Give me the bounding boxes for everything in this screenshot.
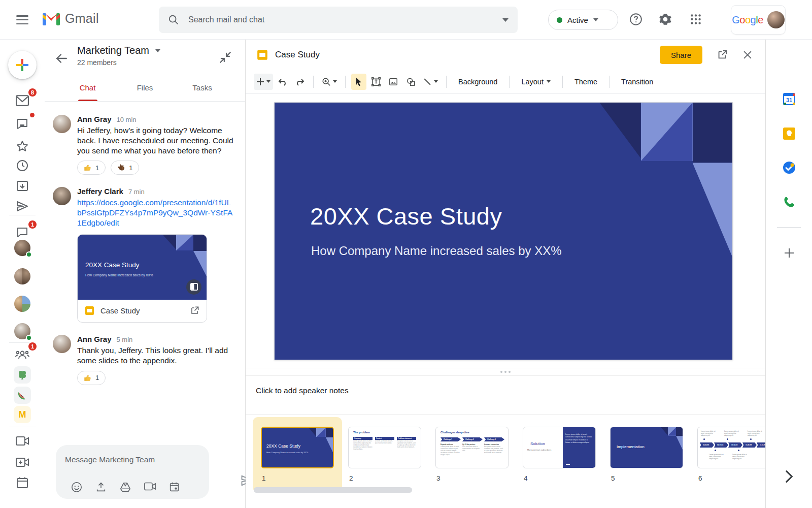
space-clover[interactable] [11,365,33,385]
message-link[interactable]: https://docs.google.com/presentation/d/1… [77,198,235,228]
settings-gear-icon[interactable] [659,13,673,27]
share-button[interactable]: Share [660,46,702,64]
chat-nav[interactable] [11,114,33,134]
transition-menu[interactable]: Transition [615,74,659,90]
theme-menu[interactable]: Theme [568,74,603,90]
main-menu-icon[interactable] [15,14,29,26]
reaction-thumbs-up[interactable]: 1 [77,371,106,385]
slide-thumbnail-1[interactable]: 20XX Case Study How Company Name increas… [261,427,334,468]
dm-contact-2[interactable] [11,266,33,287]
select-cursor-button[interactable] [351,74,366,90]
avatar[interactable] [53,335,71,353]
join-meeting-nav[interactable] [11,472,33,493]
sent-nav[interactable] [11,196,33,216]
dm-contact-3[interactable] [11,294,33,314]
new-meeting-nav[interactable] [11,452,33,472]
get-addons-icon[interactable] [779,243,799,263]
timeline-note: Lorem ipsum dolor sit amet, consectetur … [701,430,716,437]
compose-button[interactable] [8,51,37,79]
card-slide-subtitle: How Company Name increased sales by XX% [85,273,153,277]
slide-thumbnail-2[interactable]: The problem CompanyLorem ipsum dolor sit… [348,427,421,468]
video-meeting-icon[interactable] [144,482,156,491]
star-icon [16,140,28,152]
upload-icon[interactable] [95,482,107,493]
tab-chat[interactable]: Chat [59,79,116,101]
filmstrip-scrollbar[interactable] [254,487,412,493]
clover-icon [17,370,27,380]
collapse-panel-icon[interactable] [219,51,232,64]
current-slide[interactable]: 20XX Case Study How Company Name increas… [274,102,733,360]
availability-dropdown[interactable]: Active [548,10,618,30]
avatar[interactable] [53,187,71,205]
reaction-clap[interactable]: 1 [111,161,139,175]
timeline-note: Lorem ipsum dolor sit amet, consectetur … [732,454,748,460]
insert-image-button[interactable] [386,74,401,90]
insert-shape-button[interactable] [403,74,418,90]
search-bar[interactable]: Search mail and chat [159,7,518,33]
archive-nav[interactable] [11,176,33,196]
chevron-label: Challenge 3 [484,437,504,441]
slide-thumbnail-4[interactable]: Solution More premium subscribers Lorem … [523,427,596,468]
dm-contact-1[interactable] [11,238,33,258]
user-avatar[interactable] [767,11,785,28]
spaces-nav[interactable]: 1 [11,344,33,365]
search-options-caret-icon[interactable] [502,18,509,22]
slide-title[interactable]: 20XX Case Study [310,202,502,230]
reaction-thumbs-up[interactable]: 1 [77,161,106,175]
slide-subtitle[interactable]: How Company Name increased sales by XX% [311,244,562,258]
slide-canvas-area: 20XX Case Study How Company Name increas… [246,93,765,368]
filmstrip-next-icon[interactable] [779,466,799,487]
close-preview-icon[interactable] [742,49,753,60]
slides-toolbar: Background Layout Theme Transition [246,70,765,93]
background-menu[interactable]: Background [452,74,503,90]
undo-button[interactable] [275,74,290,90]
search-icon [168,14,179,25]
layout-menu[interactable]: Layout [515,74,557,90]
account-chip[interactable]: Google [731,5,786,35]
timeline-date: 10.20.XX [742,442,757,448]
open-side-by-side-icon[interactable] [186,279,201,295]
slide-thumbnail-5[interactable]: Implementation [610,427,683,468]
tab-tasks[interactable]: Tasks [174,79,231,101]
document-title[interactable]: Case Study [275,50,653,60]
open-in-new-window-icon[interactable] [717,49,728,60]
space-watermelon[interactable] [11,385,33,405]
calendar-app-icon[interactable]: 31 [779,89,799,109]
text-box-button[interactable] [368,74,384,90]
apps-grid-icon[interactable] [689,13,703,27]
redo-button[interactable] [292,74,308,90]
avatar[interactable] [53,115,71,133]
tasks-app-icon[interactable] [779,157,799,178]
open-in-new-icon[interactable] [190,306,199,315]
inbox-nav[interactable]: 8 [11,90,33,111]
thumb-title: Solution [530,441,545,446]
speaker-notes[interactable]: Click to add speaker notes [246,375,765,414]
space-m[interactable]: M [11,404,33,425]
zoom-button[interactable] [319,74,340,90]
slide-thumbnail-3[interactable]: Challenges deep-dive Challenge 1 Challen… [435,427,509,468]
meet-nav[interactable] [11,431,33,451]
room-title-dropdown[interactable]: Marketing Team [77,45,160,56]
chevron-label: Challenge 1 [441,437,461,441]
slides-file-card[interactable]: 20XX Case Study How Company Name increas… [77,234,207,323]
tab-files[interactable]: Files [116,79,174,101]
rail-divider [9,427,36,427]
voice-app-icon[interactable] [779,192,799,212]
room-tabs: Chat Files Tasks [45,79,245,102]
spaces-unread-badge: 1 [27,341,38,352]
message-text: Hi Jeffery, how’s it going today? Welcom… [77,125,235,155]
snoozed-nav[interactable] [11,155,33,176]
drive-icon[interactable] [120,482,131,493]
insert-line-button[interactable] [420,74,441,90]
insert-plus-button[interactable] [254,74,273,90]
starred-nav[interactable] [11,136,33,156]
dm-contact-4[interactable] [11,321,33,341]
help-icon[interactable] [629,13,644,27]
reaction-count: 1 [95,164,99,172]
notes-resize-handle[interactable] [246,368,765,375]
slide-thumbnail-6[interactable]: Lorem ipsum dolor sit amet, consectetur … [697,427,765,468]
back-arrow-icon[interactable] [55,52,68,65]
emoji-icon[interactable] [71,482,82,493]
keep-app-icon[interactable] [779,123,799,144]
calendar-invite-icon[interactable] [169,482,180,492]
